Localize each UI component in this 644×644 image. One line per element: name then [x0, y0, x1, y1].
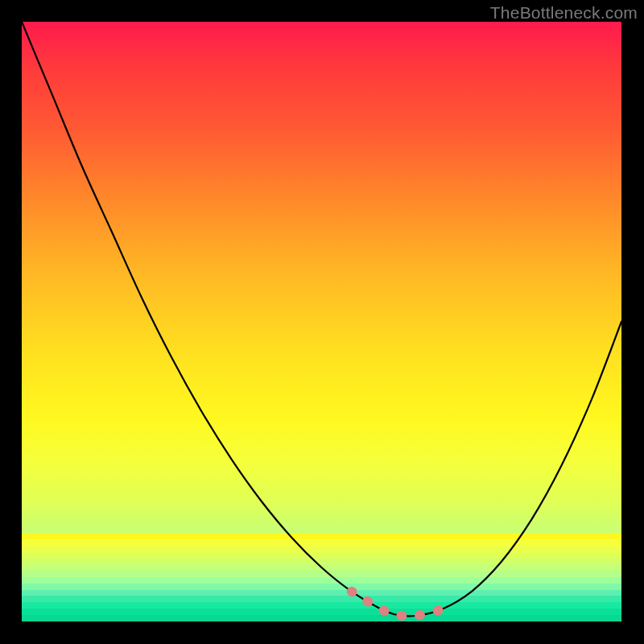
chart-frame: TheBottleneck.com	[0, 0, 644, 644]
plot-area	[22, 22, 621, 621]
bottleneck-curve	[22, 22, 621, 621]
watermark-text: TheBottleneck.com	[490, 3, 638, 23]
